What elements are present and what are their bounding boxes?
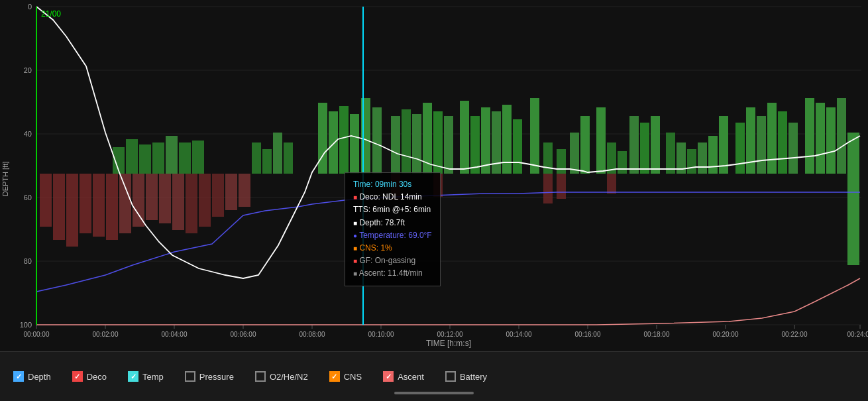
svg-rect-89 — [557, 149, 566, 174]
svg-text:00:12:00: 00:12:00 — [437, 331, 463, 338]
svg-rect-110 — [767, 103, 777, 174]
svg-text:00:18:00: 00:18:00 — [644, 331, 670, 338]
svg-rect-86 — [513, 119, 522, 174]
svg-text:00:14:00: 00:14:00 — [506, 331, 532, 338]
svg-text:100: 100 — [20, 321, 32, 329]
svg-rect-109 — [757, 116, 766, 174]
svg-text:00:24:00: 00:24:00 — [847, 331, 868, 338]
svg-rect-67 — [318, 103, 327, 174]
svg-rect-93 — [580, 116, 590, 174]
svg-text:60: 60 — [24, 194, 32, 201]
svg-rect-55 — [239, 174, 250, 207]
o2hen2-checkbox[interactable] — [255, 371, 266, 382]
svg-rect-65 — [273, 133, 282, 174]
svg-rect-79 — [391, 174, 400, 200]
temp-label: Temp — [142, 372, 164, 382]
svg-rect-99 — [640, 123, 649, 174]
svg-text:20: 20 — [24, 66, 32, 74]
svg-rect-54 — [225, 174, 237, 210]
svg-text:TIME [h:m:s]: TIME [h:m:s] — [426, 339, 471, 348]
legend-item-battery[interactable]: Battery — [445, 371, 487, 382]
svg-rect-77 — [433, 111, 443, 174]
temp-checkbox[interactable]: ✓ — [128, 371, 138, 382]
svg-rect-90 — [543, 174, 553, 203]
svg-rect-78 — [444, 116, 453, 174]
svg-rect-91 — [557, 174, 566, 199]
svg-rect-108 — [746, 107, 755, 174]
svg-rect-64 — [262, 149, 272, 174]
svg-rect-59 — [152, 143, 164, 174]
depth-checkbox[interactable]: ✓ — [13, 371, 24, 382]
footer: ✓ Depth ✓ Deco ✓ Temp Pressure O2/He/N2 … — [0, 351, 868, 401]
legend-item-o2hen2[interactable]: O2/He/N2 — [255, 371, 308, 382]
ascent-checkbox[interactable]: ✓ — [383, 371, 394, 382]
deco-checkbox[interactable]: ✓ — [72, 371, 83, 382]
svg-text:40: 40 — [24, 130, 32, 138]
legend-item-depth[interactable]: ✓ Depth — [13, 371, 51, 382]
svg-rect-69 — [339, 106, 349, 174]
legend-item-cns[interactable]: ✓ CNS — [329, 371, 362, 382]
svg-text:00:08:00: 00:08:00 — [299, 331, 325, 338]
svg-rect-61 — [179, 143, 191, 174]
svg-text:0: 0 — [28, 3, 32, 11]
svg-rect-51 — [186, 174, 197, 233]
svg-rect-74 — [402, 109, 411, 174]
svg-rect-46 — [119, 174, 131, 233]
legend-item-pressure[interactable]: Pressure — [185, 371, 234, 382]
battery-checkbox[interactable] — [445, 371, 456, 382]
y-axis-label: DEPTH [ft] — [1, 162, 9, 197]
legend-item-temp[interactable]: ✓ Temp — [128, 371, 164, 382]
svg-rect-107 — [735, 123, 745, 174]
svg-rect-53 — [212, 174, 224, 217]
svg-rect-83 — [481, 107, 490, 174]
svg-rect-68 — [329, 111, 338, 174]
svg-text:00:22:00: 00:22:00 — [782, 331, 808, 338]
svg-text:00:20:00: 00:20:00 — [713, 331, 739, 338]
legend-item-deco[interactable]: ✓ Deco — [72, 371, 107, 382]
svg-text:00:06:00: 00:06:00 — [231, 331, 256, 338]
svg-rect-66 — [284, 143, 293, 174]
svg-rect-52 — [199, 174, 211, 227]
depth-label: Depth — [28, 372, 51, 382]
svg-rect-72 — [372, 107, 382, 174]
svg-text:00:00:00: 00:00:00 — [24, 331, 50, 338]
svg-rect-57 — [126, 139, 138, 174]
svg-rect-114 — [816, 103, 825, 174]
svg-text:00:16:00: 00:16:00 — [575, 331, 601, 338]
svg-rect-94 — [596, 107, 606, 174]
svg-rect-87 — [530, 98, 539, 174]
legend-item-ascent[interactable]: ✓ Ascent — [383, 371, 424, 382]
svg-rect-115 — [826, 107, 836, 174]
svg-rect-48 — [146, 174, 158, 220]
svg-text:00:02:00: 00:02:00 — [93, 331, 119, 338]
svg-text:00:10:00: 00:10:00 — [368, 331, 394, 338]
svg-rect-42 — [66, 174, 78, 247]
cns-label: CNS — [344, 372, 362, 382]
battery-label: Battery — [460, 372, 487, 382]
svg-rect-103 — [687, 149, 696, 174]
svg-rect-112 — [788, 123, 798, 174]
svg-rect-96 — [618, 151, 627, 174]
svg-rect-73 — [391, 116, 400, 174]
scrollbar[interactable] — [394, 392, 474, 394]
deco-label: Deco — [87, 372, 107, 382]
svg-rect-47 — [133, 174, 144, 227]
svg-rect-113 — [805, 98, 814, 174]
svg-rect-62 — [192, 141, 204, 174]
ascent-label: Ascent — [398, 372, 424, 382]
svg-rect-88 — [543, 143, 553, 174]
pressure-checkbox[interactable] — [185, 371, 195, 382]
gas-label: 21/00 — [41, 9, 61, 19]
svg-rect-117 — [847, 133, 859, 265]
svg-rect-60 — [166, 136, 178, 174]
svg-rect-44 — [93, 174, 105, 237]
svg-rect-111 — [778, 111, 787, 174]
svg-rect-45 — [106, 174, 118, 240]
svg-rect-50 — [172, 174, 184, 230]
svg-rect-43 — [80, 174, 91, 233]
svg-rect-97 — [607, 174, 616, 194]
svg-rect-75 — [412, 114, 421, 174]
svg-text:00:04:00: 00:04:00 — [162, 331, 188, 338]
cns-checkbox[interactable]: ✓ — [329, 371, 340, 382]
svg-rect-49 — [159, 174, 171, 223]
